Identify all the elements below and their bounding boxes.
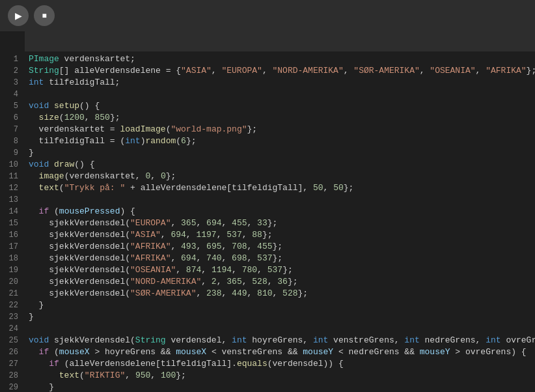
code-token: , xyxy=(221,218,232,228)
code-token: text xyxy=(39,183,59,193)
code-line: void sjekkVerdensdel(String verdensdel, … xyxy=(29,335,535,346)
code-token: , xyxy=(171,253,181,263)
code-token: 6 xyxy=(181,136,186,146)
code-token: > hoyreGrens && xyxy=(90,347,176,357)
code-token: size xyxy=(39,113,59,122)
code-token: "NORD-AMERIKA" xyxy=(273,66,344,76)
code-token: int xyxy=(125,136,140,146)
code-line: sjekkVerdensdel("NORD-AMERIKA", 2, 365, … xyxy=(29,276,535,288)
code-line: sjekkVerdensdel("EUROPA", 365, 694, 455,… xyxy=(29,217,535,229)
code-token: 36 xyxy=(277,277,288,287)
code-token: }; xyxy=(268,218,278,228)
code-token: sjekkVerdensdel( xyxy=(29,277,130,287)
code-token: 100 xyxy=(161,371,176,380)
code-token: }; xyxy=(298,288,309,298)
line-number: 8 xyxy=(5,135,18,147)
code-token: , xyxy=(232,265,242,275)
code-token: ( xyxy=(49,206,59,216)
code-token: mouseX xyxy=(176,347,206,357)
code-line: } xyxy=(29,382,535,392)
code-token: , xyxy=(273,288,283,298)
code-token: }; xyxy=(166,171,176,181)
code-token: sjekkVerdensdel( xyxy=(29,242,130,251)
code-token: "SØR-AMERIKA" xyxy=(353,66,419,76)
code-token: 365 xyxy=(181,218,196,228)
code-token: 528 xyxy=(282,288,297,298)
code-token xyxy=(49,101,54,111)
code-token: } xyxy=(29,382,54,392)
code-token: 1194 xyxy=(212,265,232,275)
code-line: void draw() { xyxy=(29,159,535,171)
line-number: 20 xyxy=(5,276,18,288)
code-token: , xyxy=(171,242,181,251)
code-token: random xyxy=(145,136,176,146)
code-token: , xyxy=(125,371,135,380)
code-token: [] alleVerdensdelene = { xyxy=(59,66,181,76)
code-token: "Trykk på: " xyxy=(64,183,126,193)
line-number: 13 xyxy=(5,194,18,206)
line-number: 24 xyxy=(5,323,18,335)
code-token: , xyxy=(212,66,222,76)
code-token: () { xyxy=(79,101,100,111)
code-line: void setup() { xyxy=(29,100,535,112)
line-number: 5 xyxy=(5,100,18,112)
code-token: verdenskartet; xyxy=(59,54,135,64)
code-token: verdenskartet = xyxy=(29,124,120,134)
code-token: } xyxy=(29,312,34,322)
code-token: "NORD-AMERIKA" xyxy=(130,277,201,287)
line-number: 10 xyxy=(5,159,18,171)
line-number: 6 xyxy=(5,112,18,124)
tab-verden[interactable] xyxy=(0,31,25,51)
line-number: 29 xyxy=(5,382,18,392)
code-token: sjekkVerdensdel( xyxy=(29,265,130,275)
line-number: 22 xyxy=(5,300,18,311)
code-token: , xyxy=(257,265,268,275)
code-token: 449 xyxy=(232,288,247,298)
play-button[interactable]: ▶ xyxy=(8,5,29,26)
code-token: 708 xyxy=(232,242,247,251)
code-token: "SØR-AMERIKA" xyxy=(130,288,196,298)
code-token: sjekkVerdensdel( xyxy=(29,288,130,298)
code-token xyxy=(29,171,39,181)
code-token: , xyxy=(221,288,232,298)
code-token: 50 xyxy=(333,183,344,193)
code-token: , xyxy=(196,218,206,228)
tab-bar xyxy=(0,31,535,52)
code-token: 810 xyxy=(257,288,272,298)
code-token: , xyxy=(201,265,212,275)
line-number: 25 xyxy=(5,335,18,346)
code-token: mouseX xyxy=(59,347,90,357)
code-line: text("RIKTIG", 950, 100}; xyxy=(29,370,535,382)
line-number: 3 xyxy=(5,77,18,89)
line-numbers: 1234567891011121314151617181920212223242… xyxy=(0,52,23,392)
code-line: text("Trykk på: " + alleVerdensdelene[ti… xyxy=(29,182,535,194)
code-token: 2 xyxy=(212,277,217,287)
code-token: venstreGrens, xyxy=(328,335,404,345)
code-token: loadImage xyxy=(120,124,165,134)
code-token: () { xyxy=(74,160,94,169)
code-token: , xyxy=(171,218,181,228)
code-token: nedreGrens, xyxy=(420,335,486,345)
toolbar: ▶ ■ xyxy=(0,0,535,31)
code-token: , xyxy=(196,242,206,251)
line-number: 7 xyxy=(5,124,18,135)
code-token: , xyxy=(420,66,430,76)
code-token: "EUROPA" xyxy=(130,218,171,228)
code-token: }; xyxy=(186,136,197,146)
code-token xyxy=(29,183,39,193)
code-token: } xyxy=(29,300,44,310)
line-number: 28 xyxy=(5,370,18,382)
code-token: 33 xyxy=(257,218,268,228)
code-token: "OSEANIA" xyxy=(130,265,176,275)
code-line: if (mousePressed) { xyxy=(29,206,535,217)
code-token: if xyxy=(39,206,49,216)
code-token: "ASIA" xyxy=(130,230,161,240)
stop-button[interactable]: ■ xyxy=(34,5,55,26)
code-token: 238 xyxy=(206,288,221,298)
code-token xyxy=(29,347,39,357)
code-token xyxy=(49,160,54,169)
code-token: , xyxy=(217,277,227,287)
code-line: sjekkVerdensdel("SØR-AMERIKA", 238, 449,… xyxy=(29,288,535,300)
code-token: 874 xyxy=(186,265,201,275)
line-number: 26 xyxy=(5,346,18,358)
